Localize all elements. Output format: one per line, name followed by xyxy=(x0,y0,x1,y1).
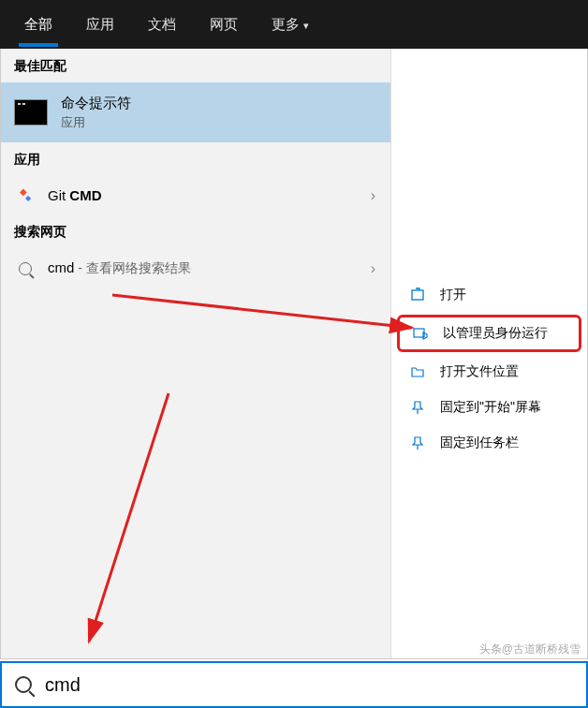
search-bar[interactable] xyxy=(0,661,588,708)
action-open[interactable]: 打开 xyxy=(391,277,587,313)
tab-all[interactable]: 全部 xyxy=(7,3,69,47)
search-input[interactable] xyxy=(45,674,573,696)
tab-apps[interactable]: 应用 xyxy=(69,3,131,47)
chevron-down-icon: ▾ xyxy=(303,20,309,31)
action-open-location-label: 打开文件位置 xyxy=(440,363,519,380)
best-match-text: 命令提示符 应用 xyxy=(61,95,131,131)
action-pin-start-label: 固定到"开始"屏幕 xyxy=(440,399,541,416)
web-suffix: - 查看网络搜索结果 xyxy=(74,260,190,275)
best-match-item[interactable]: 命令提示符 应用 xyxy=(1,82,390,142)
actions-panel: 打开 以管理员身份运行 打开文件位置 固定到"开始"屏幕 固定到任务栏 xyxy=(391,49,587,658)
admin-icon xyxy=(411,326,430,341)
web-result-item[interactable]: cmd - 查看网络搜索结果 › xyxy=(1,248,390,288)
watermark: 头条@古道断桥残雪 xyxy=(479,642,581,657)
chevron-right-icon[interactable]: › xyxy=(371,260,375,277)
action-run-admin-label: 以管理员身份运行 xyxy=(443,325,548,342)
app-result-git-cmd[interactable]: Git CMD › xyxy=(1,176,390,214)
action-pin-start[interactable]: 固定到"开始"屏幕 xyxy=(391,390,587,425)
app-bold: CMD xyxy=(69,187,101,203)
search-icon xyxy=(19,262,32,275)
open-icon xyxy=(408,288,427,302)
best-match-subtitle: 应用 xyxy=(61,114,131,131)
git-icon xyxy=(18,188,33,203)
action-pin-taskbar[interactable]: 固定到任务栏 xyxy=(391,425,587,461)
best-match-title: 命令提示符 xyxy=(61,95,131,112)
section-search-web: 搜索网页 xyxy=(1,214,390,248)
action-open-label: 打开 xyxy=(440,287,466,303)
web-result-label: cmd - 查看网络搜索结果 xyxy=(48,259,191,277)
web-term: cmd xyxy=(48,259,74,275)
folder-icon xyxy=(408,364,427,379)
tab-more-label: 更多 xyxy=(272,16,300,32)
action-open-location[interactable]: 打开文件位置 xyxy=(391,354,587,390)
tab-more[interactable]: 更多▾ xyxy=(255,3,326,47)
section-best-match: 最佳匹配 xyxy=(1,49,390,82)
action-run-as-admin[interactable]: 以管理员身份运行 xyxy=(397,315,581,352)
tab-docs[interactable]: 文档 xyxy=(131,3,193,47)
filter-tabs: 全部 应用 文档 网页 更多▾ xyxy=(0,0,588,49)
svg-rect-0 xyxy=(412,290,423,300)
cmd-prompt-icon xyxy=(14,99,48,125)
pin-start-icon xyxy=(408,400,427,415)
tab-web[interactable]: 网页 xyxy=(193,3,255,47)
app-result-label: Git CMD xyxy=(48,187,102,203)
app-prefix: Git xyxy=(48,187,69,203)
results-area: 最佳匹配 命令提示符 应用 应用 Git CMD › 搜索网页 cmd - 查看… xyxy=(0,49,588,659)
results-left-column: 最佳匹配 命令提示符 应用 应用 Git CMD › 搜索网页 cmd - 查看… xyxy=(1,49,391,658)
svg-rect-1 xyxy=(414,329,424,337)
search-icon xyxy=(15,676,32,693)
chevron-right-icon[interactable]: › xyxy=(371,187,375,204)
section-apps: 应用 xyxy=(1,142,390,176)
action-pin-taskbar-label: 固定到任务栏 xyxy=(440,435,519,451)
pin-taskbar-icon xyxy=(408,435,427,450)
